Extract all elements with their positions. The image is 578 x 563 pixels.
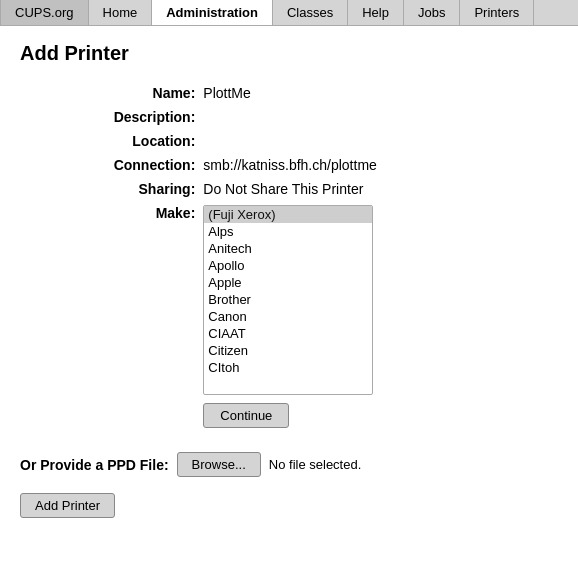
- nav-help[interactable]: Help: [348, 0, 404, 25]
- location-row: Location:: [20, 129, 558, 153]
- sharing-value: Do Not Share This Printer: [203, 177, 558, 201]
- navigation: CUPS.org Home Administration Classes Hel…: [0, 0, 578, 26]
- make-label: Make:: [20, 201, 203, 432]
- nav-cups-org[interactable]: CUPS.org: [0, 0, 89, 25]
- name-value: PlottMe: [203, 81, 558, 105]
- no-file-text: No file selected.: [269, 457, 362, 472]
- name-label: Name:: [20, 81, 203, 105]
- make-cell: (Fuji Xerox)AlpsAnitechApolloAppleBrothe…: [203, 201, 558, 432]
- nav-classes[interactable]: Classes: [273, 0, 348, 25]
- location-label: Location:: [20, 129, 203, 153]
- nav-administration[interactable]: Administration: [152, 0, 273, 25]
- page-title: Add Printer: [20, 42, 558, 65]
- ppd-label: Or Provide a PPD File:: [20, 457, 169, 473]
- add-printer-button[interactable]: Add Printer: [20, 493, 115, 518]
- description-label: Description:: [20, 105, 203, 129]
- name-row: Name: PlottMe: [20, 81, 558, 105]
- ppd-section: Or Provide a PPD File: Browse... No file…: [20, 452, 558, 518]
- nav-printers[interactable]: Printers: [460, 0, 534, 25]
- description-row: Description:: [20, 105, 558, 129]
- browse-button[interactable]: Browse...: [177, 452, 261, 477]
- sharing-label: Sharing:: [20, 177, 203, 201]
- description-value: [203, 105, 558, 129]
- sharing-row: Sharing: Do Not Share This Printer: [20, 177, 558, 201]
- ppd-file-row: Or Provide a PPD File: Browse... No file…: [20, 452, 558, 477]
- location-value: [203, 129, 558, 153]
- make-select[interactable]: (Fuji Xerox)AlpsAnitechApolloAppleBrothe…: [203, 205, 373, 395]
- continue-button[interactable]: Continue: [203, 403, 289, 428]
- make-row: Make: (Fuji Xerox)AlpsAnitechApolloApple…: [20, 201, 558, 432]
- main-content: Add Printer Name: PlottMe Description: L…: [0, 26, 578, 534]
- nav-home[interactable]: Home: [89, 0, 153, 25]
- connection-label: Connection:: [20, 153, 203, 177]
- nav-jobs[interactable]: Jobs: [404, 0, 460, 25]
- connection-row: Connection: smb://katniss.bfh.ch/plottme: [20, 153, 558, 177]
- form-table: Name: PlottMe Description: Location: Con…: [20, 81, 558, 432]
- connection-value: smb://katniss.bfh.ch/plottme: [203, 153, 558, 177]
